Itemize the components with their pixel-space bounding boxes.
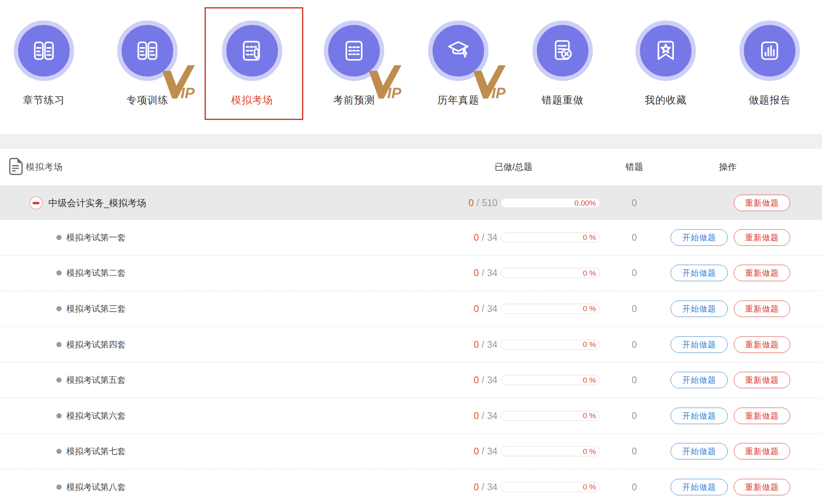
table-row: 模拟考试第七套 0/34 0 % 0 开始做题 重新做题: [0, 434, 822, 470]
progress-bar: 0 %: [501, 446, 600, 456]
table-group-row: 中级会计实务_模拟考场 0/510 0.00% 0 重新做题: [0, 186, 822, 220]
exam-set-title: 模拟考试第八套: [66, 481, 126, 493]
progress-bar: 0 %: [501, 268, 600, 278]
exam-set-title: 模拟考试第三套: [66, 303, 126, 314]
exam-set-title: 模拟考试第五套: [66, 374, 126, 386]
answer-sheet-icon: [324, 21, 384, 81]
table-row: 模拟考试第三套 0/34 0 % 0 开始做题 重新做题: [0, 291, 822, 327]
start-button[interactable]: 开始做题: [671, 479, 728, 495]
nav-item-past-exams[interactable]: 历年真题: [412, 21, 505, 107]
column-header-wrong: 错题: [610, 149, 658, 185]
progress-count: 0/34: [409, 375, 497, 386]
exam-set-title: 模拟考试第七套: [66, 446, 126, 457]
nav-label: 专项训练: [101, 93, 194, 107]
progress-count: 0/34: [409, 232, 497, 243]
redo-button[interactable]: 重新做题: [734, 195, 790, 211]
redo-button[interactable]: 重新做题: [734, 336, 790, 353]
bullet-icon: [56, 484, 62, 490]
progress-bar: 0.00%: [501, 198, 600, 208]
separator-band: [0, 134, 822, 149]
bullet-icon: [56, 342, 62, 347]
wrong-count: 0: [610, 375, 658, 386]
exam-set-title: 模拟考试第四套: [66, 339, 126, 350]
nav-item-report[interactable]: 做题报告: [723, 21, 816, 107]
bullet-icon: [56, 413, 62, 418]
book-icon: [117, 21, 178, 81]
redo-button[interactable]: 重新做题: [734, 229, 790, 246]
nav-label: 做题报告: [723, 93, 816, 107]
column-header-actions: 操作: [700, 149, 756, 185]
progress-bar: 0 %: [501, 304, 600, 314]
nav-item-chapter-practice[interactable]: 章节练习: [0, 21, 90, 107]
start-button[interactable]: 开始做题: [671, 265, 728, 281]
bullet-icon: [56, 306, 62, 311]
exam-set-rows: 模拟考试第一套 0/34 0 % 0 开始做题 重新做题 模拟考试第二套 0/3…: [0, 220, 822, 504]
progress-count: 0/34: [409, 481, 497, 492]
graduation-cap-icon: [428, 21, 489, 81]
redo-button[interactable]: 重新做题: [734, 300, 790, 317]
nav-label: 考前预测: [308, 93, 400, 107]
progress-count: 0/34: [409, 410, 497, 421]
progress-bar: 0 %: [501, 375, 600, 385]
report-chart-icon: [739, 21, 800, 81]
redo-button[interactable]: 重新做题: [734, 443, 790, 460]
bullet-icon: [56, 378, 62, 383]
progress-count: 0/34: [409, 446, 497, 457]
start-button[interactable]: 开始做题: [671, 372, 728, 388]
table-row: 模拟考试第六套 0/34 0 % 0 开始做题 重新做题: [0, 398, 822, 434]
start-button[interactable]: 开始做题: [671, 336, 728, 353]
progress-count: 0/34: [409, 339, 497, 350]
exam-set-title: 模拟考试第六套: [66, 410, 126, 421]
wrong-count: 0: [610, 481, 658, 492]
nav-label: 错题重做: [516, 93, 609, 107]
start-button[interactable]: 开始做题: [671, 407, 728, 424]
table-row: 模拟考试第八套 0/34 0 % 0 开始做题 重新做题: [0, 469, 822, 504]
wrong-doc-icon: [532, 21, 593, 81]
exam-set-title: 模拟考试第二套: [66, 267, 126, 279]
exam-set-title: 模拟考试第一套: [66, 232, 126, 243]
start-button[interactable]: 开始做题: [671, 443, 728, 460]
nav-item-special-training[interactable]: 专项训练: [101, 21, 194, 107]
wrong-count: 0: [610, 198, 658, 209]
book-icon: [14, 21, 74, 81]
progress-bar: 0 %: [501, 232, 600, 242]
nav-label: 历年真题: [412, 93, 505, 107]
column-header-progress: 已做/总题: [469, 149, 558, 185]
table-row: 模拟考试第二套 0/34 0 % 0 开始做题 重新做题: [0, 256, 822, 291]
top-nav: 章节练习 专项训练 模拟考场: [0, 0, 822, 134]
bookmark-star-icon: [636, 21, 696, 81]
progress-bar: 0 %: [501, 482, 600, 492]
bullet-icon: [56, 235, 62, 240]
wrong-count: 0: [610, 339, 658, 350]
nav-label: 章节练习: [0, 93, 90, 107]
bullet-icon: [56, 449, 62, 454]
progress-bar: 0 %: [501, 339, 600, 349]
progress-count: 0/34: [409, 303, 497, 314]
nav-label: 我的收藏: [619, 93, 712, 107]
wrong-count: 0: [610, 446, 658, 457]
selected-item-highlight: [205, 7, 303, 120]
wrong-count: 0: [610, 232, 658, 243]
table-row: 模拟考试第一套 0/34 0 % 0 开始做题 重新做题: [0, 220, 822, 256]
nav-item-pre-exam-prediction[interactable]: 考前预测: [308, 21, 400, 107]
redo-button[interactable]: 重新做题: [734, 372, 790, 388]
group-title: 中级会计实务_模拟考场: [48, 197, 146, 209]
progress-count: 0/34: [409, 268, 497, 279]
nav-item-redo-wrong[interactable]: 错题重做: [516, 21, 609, 107]
start-button[interactable]: 开始做题: [671, 229, 728, 246]
nav-item-my-favorites[interactable]: 我的收藏: [619, 21, 712, 107]
table-row: 模拟考试第四套 0/34 0 % 0 开始做题 重新做题: [0, 327, 822, 363]
progress-bar: 0 %: [501, 411, 600, 421]
redo-button[interactable]: 重新做题: [734, 407, 790, 424]
redo-button[interactable]: 重新做题: [734, 265, 790, 281]
redo-button[interactable]: 重新做题: [734, 479, 790, 495]
start-button[interactable]: 开始做题: [671, 300, 728, 317]
exam-practice-page: 章节练习 专项训练 模拟考场: [0, 0, 822, 504]
table-header: 模拟考场 已做/总题 错题 操作: [0, 149, 822, 186]
wrong-count: 0: [610, 303, 658, 314]
wrong-count: 0: [610, 268, 658, 279]
document-icon: [9, 157, 23, 178]
table-row: 模拟考试第五套 0/34 0 % 0 开始做题 重新做题: [0, 362, 822, 398]
collapse-icon[interactable]: [29, 196, 43, 210]
section-title: 模拟考场: [26, 149, 63, 185]
